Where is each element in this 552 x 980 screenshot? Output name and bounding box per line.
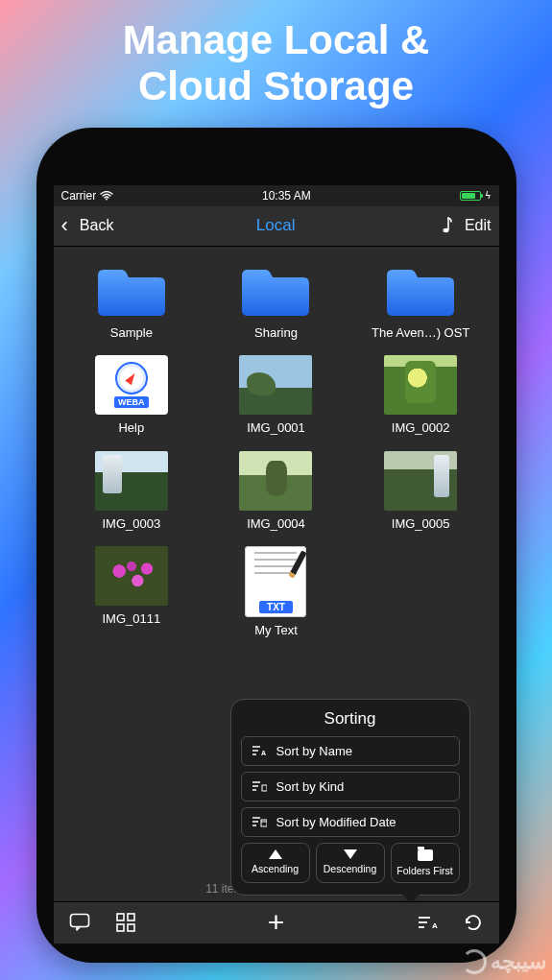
grid-item[interactable]: IMG_0003	[64, 451, 199, 532]
svg-rect-6	[128, 924, 134, 931]
svg-text:A: A	[261, 750, 266, 756]
svg-rect-5	[117, 924, 124, 931]
sorting-title: Sorting	[241, 709, 460, 729]
image-thumbnail	[95, 451, 168, 511]
comment-icon[interactable]	[67, 910, 92, 935]
descending-label: Descending	[324, 863, 376, 874]
charging-icon: ϟ	[485, 190, 492, 201]
back-label: Back	[80, 217, 114, 234]
grid-item[interactable]: WEBAHelp	[64, 355, 199, 436]
sort-kind-label: Sort by Kind	[276, 779, 345, 794]
item-label: IMG_0003	[102, 516, 160, 532]
folder-icon	[383, 262, 458, 320]
phone-frame: Carrier 10:35 AM ϟ ‹ Back Local Edit	[36, 128, 516, 963]
sort-name-label: Sort by Name	[276, 744, 352, 758]
item-label: Sample	[110, 325, 153, 341]
item-label: IMG_0001	[247, 420, 305, 436]
webarchive-icon: WEBA	[95, 355, 168, 415]
sort-icon[interactable]: A	[415, 910, 440, 935]
svg-point-0	[106, 198, 108, 200]
folder-icon	[418, 849, 433, 861]
item-label: My Text	[254, 623, 298, 638]
descending-button[interactable]: Descending	[316, 843, 385, 883]
bottom-toolbar: + A	[54, 901, 499, 944]
grid-item[interactable]: IMG_0001	[208, 355, 343, 436]
folder-icon	[238, 262, 313, 320]
carrier-label: Carrier	[61, 189, 97, 203]
triangle-up-icon	[269, 849, 282, 859]
sort-by-kind[interactable]: Sort by Kind	[241, 772, 460, 801]
grid-item[interactable]: IMG_0005	[353, 451, 488, 532]
svg-point-1	[443, 228, 448, 232]
ascending-label: Ascending	[252, 863, 299, 874]
add-button[interactable]: +	[264, 910, 289, 935]
promo-title: Manage Local & Cloud Storage	[123, 17, 430, 110]
sorting-popover: Sorting A Sort by Name Sort by Kind Sort…	[230, 699, 470, 896]
grid-item[interactable]: IMG_0111	[64, 546, 199, 638]
item-label: IMG_0111	[102, 611, 160, 627]
svg-rect-2	[70, 915, 88, 927]
item-label: The Aven…) OST	[372, 325, 469, 341]
promo-line1: Manage Local &	[123, 17, 430, 63]
svg-rect-22	[261, 820, 267, 826]
grid-item[interactable]: The Aven…) OST	[353, 262, 488, 341]
svg-rect-18	[262, 785, 267, 791]
ascending-button[interactable]: Ascending	[241, 843, 310, 883]
back-button[interactable]: ‹ Back	[61, 217, 114, 234]
folder-icon	[94, 262, 169, 320]
sort-by-name[interactable]: A Sort by Name	[241, 736, 460, 766]
grid-item[interactable]: IMG_0004	[208, 451, 343, 532]
item-label: Help	[118, 420, 144, 436]
nav-title[interactable]: Local	[256, 216, 296, 235]
image-thumbnail	[239, 451, 312, 511]
grid-item[interactable]: TXTMy Text	[208, 546, 343, 638]
status-bar: Carrier 10:35 AM ϟ	[54, 185, 499, 206]
folders-first-button[interactable]: Folders First	[391, 843, 460, 883]
promo-line2: Cloud Storage	[123, 63, 430, 109]
svg-rect-4	[128, 914, 134, 920]
sort-kind-icon	[252, 780, 267, 792]
image-thumbnail	[384, 451, 457, 511]
sort-by-date[interactable]: Sort by Modified Date	[241, 807, 460, 837]
image-thumbnail	[239, 355, 312, 415]
edit-button[interactable]: Edit	[465, 217, 492, 234]
item-label: Sharing	[254, 325, 298, 341]
watermark-text: سیبچه	[491, 949, 546, 974]
sort-name-icon: A	[252, 745, 267, 756]
wifi-icon	[100, 191, 113, 201]
svg-rect-3	[117, 914, 124, 920]
item-label: IMG_0004	[247, 516, 305, 532]
triangle-down-icon	[344, 849, 357, 859]
sort-date-label: Sort by Modified Date	[276, 815, 396, 829]
grid-view-icon[interactable]	[113, 910, 138, 935]
item-label: IMG_0005	[392, 516, 450, 532]
nav-bar: ‹ Back Local Edit	[54, 206, 499, 247]
screen: Carrier 10:35 AM ϟ ‹ Back Local Edit	[54, 185, 499, 944]
music-icon[interactable]	[438, 216, 453, 235]
folders-first-label: Folders First	[396, 865, 452, 876]
refresh-icon[interactable]	[461, 910, 486, 935]
sort-date-icon	[252, 816, 267, 827]
grid-item[interactable]: Sharing	[208, 262, 343, 341]
txt-file-icon: TXT	[245, 546, 306, 617]
clock: 10:35 AM	[262, 189, 311, 203]
grid-item[interactable]: Sample	[64, 262, 199, 341]
image-thumbnail	[384, 355, 457, 415]
grid-item[interactable]: IMG_0002	[353, 355, 488, 436]
battery-icon	[460, 191, 481, 201]
image-thumbnail	[95, 546, 168, 606]
item-label: IMG_0002	[392, 420, 450, 436]
svg-text:A: A	[432, 921, 438, 930]
